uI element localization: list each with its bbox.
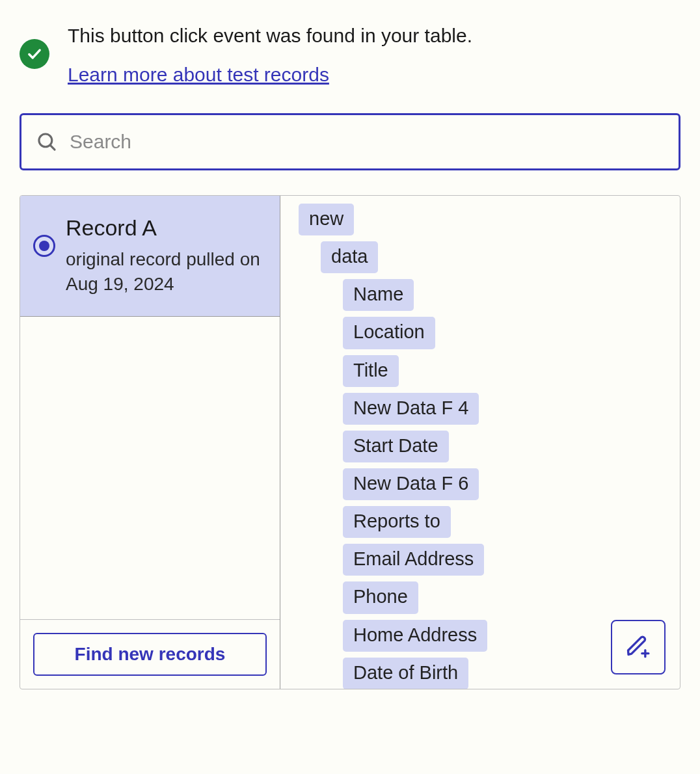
tree-leaf[interactable]: Title [343,355,399,387]
records-list-column: Record A original record pulled on Aug 1… [20,196,280,689]
records-panel: Record A original record pulled on Aug 1… [20,195,680,689]
notification-body: This button click event was found in you… [68,22,472,86]
tree-leaf[interactable]: Start Date [343,431,449,462]
find-records-row: Find new records [20,619,280,689]
success-check-icon [20,39,49,69]
svg-line-1 [50,145,55,150]
event-found-notification: This button click event was found in you… [20,22,680,86]
tree-leaf[interactable]: Date of Birth [343,658,468,689]
tree-leaf[interactable]: Phone [343,581,418,613]
record-title: Record A [66,215,264,241]
tree-leaf[interactable]: Reports to [343,506,451,538]
record-subtitle: original record pulled on Aug 19, 2024 [66,247,264,297]
edit-button[interactable] [611,620,666,674]
field-tree: new data Name Location Title New Data F … [280,196,680,689]
search-box[interactable] [20,113,680,170]
tree-leaf[interactable]: Location [343,317,435,349]
search-icon [36,131,58,153]
find-new-records-button[interactable]: Find new records [33,633,267,676]
record-item-body: Record A original record pulled on Aug 1… [66,215,264,297]
tree-leaf[interactable]: Name [343,279,414,311]
tree-leaf[interactable]: Home Address [343,620,487,652]
record-detail-column: new data Name Location Title New Data F … [280,196,680,689]
tree-leaf[interactable]: New Data F 4 [343,393,479,425]
notification-message: This button click event was found in you… [68,22,472,49]
pencil-plus-icon [625,633,651,661]
record-item[interactable]: Record A original record pulled on Aug 1… [20,196,280,317]
tree-node[interactable]: new [299,204,354,235]
learn-more-link[interactable]: Learn more about test records [68,64,329,86]
record-radio[interactable] [33,235,55,257]
tree-leaf[interactable]: Email Address [343,544,484,576]
records-empty-space [20,317,280,619]
tree-leaf[interactable]: New Data F 6 [343,468,479,500]
search-input[interactable] [70,131,664,153]
tree-node[interactable]: data [321,241,378,273]
